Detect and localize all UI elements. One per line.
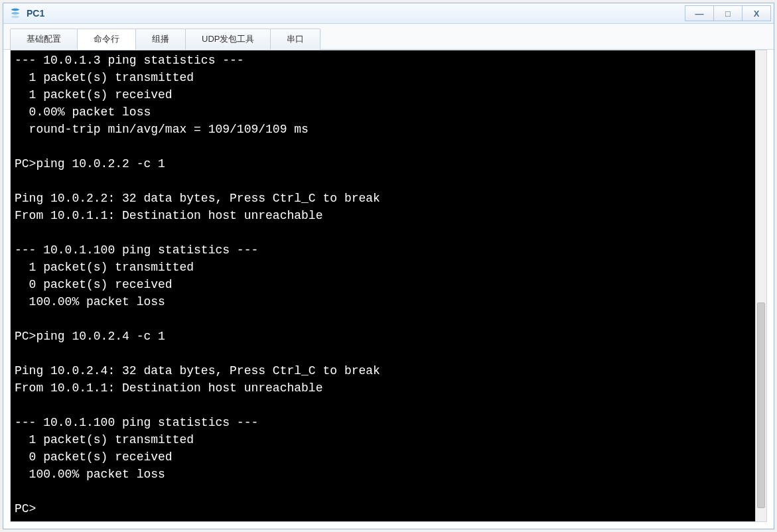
- terminal-area: --- 10.0.1.3 ping statistics --- 1 packe…: [10, 50, 767, 522]
- window-controls: — □ X: [685, 5, 771, 21]
- terminal-wrap: --- 10.0.1.3 ping statistics --- 1 packe…: [3, 50, 774, 529]
- tab-serial[interactable]: 串口: [270, 29, 320, 50]
- tab-basic-config[interactable]: 基础配置: [10, 29, 78, 50]
- terminal-scrollbar[interactable]: [755, 50, 766, 521]
- window-title: PC1: [26, 8, 685, 19]
- tab-command-line[interactable]: 命令行: [77, 29, 136, 50]
- close-button[interactable]: X: [742, 5, 771, 21]
- tab-udp-tool[interactable]: UDP发包工具: [185, 29, 271, 50]
- maximize-button[interactable]: □: [713, 5, 742, 21]
- terminal-output[interactable]: --- 10.0.1.3 ping statistics --- 1 packe…: [11, 50, 755, 521]
- app-icon: [9, 7, 22, 20]
- pc1-window: PC1 — □ X 基础配置 命令行 组播 UDP发包工具 串口 --- 10.…: [3, 3, 774, 529]
- minimize-button[interactable]: —: [685, 5, 714, 21]
- scrollbar-thumb[interactable]: [757, 302, 765, 508]
- tab-strip: 基础配置 命令行 组播 UDP发包工具 串口: [3, 24, 774, 50]
- titlebar[interactable]: PC1 — □ X: [3, 3, 774, 24]
- tab-multicast[interactable]: 组播: [135, 29, 186, 50]
